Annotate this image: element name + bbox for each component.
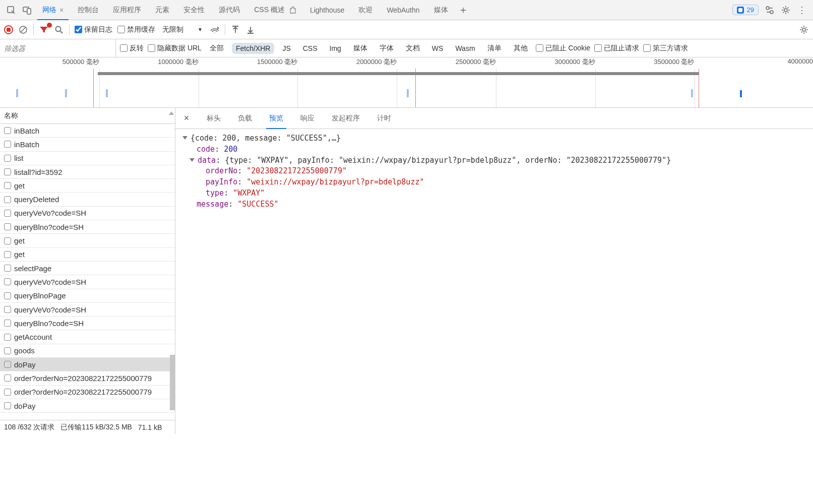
request-row[interactable]: get bbox=[0, 248, 175, 262]
third-party-checkbox[interactable]: 第三方请求 bbox=[643, 44, 688, 53]
request-row[interactable]: list bbox=[0, 152, 175, 165]
dtab-payload[interactable]: 负载 bbox=[231, 108, 259, 129]
filter-chip-manifest[interactable]: 清单 bbox=[483, 42, 506, 54]
settings-link-icon[interactable] bbox=[763, 3, 777, 17]
request-name: selectPage bbox=[14, 264, 51, 273]
status-requests: 108 /632 次请求 bbox=[4, 423, 54, 432]
download-har-icon[interactable] bbox=[245, 25, 256, 35]
svg-point-5 bbox=[784, 9, 787, 12]
throttle-select[interactable]: 无限制 ▼ bbox=[160, 25, 205, 34]
tab-welcome[interactable]: 欢迎 bbox=[351, 0, 380, 20]
request-type-icon bbox=[4, 141, 11, 148]
tab-css-overview[interactable]: CSS 概述 bbox=[247, 0, 303, 20]
request-type-icon bbox=[4, 182, 11, 189]
request-type-icon bbox=[4, 306, 11, 313]
gear-icon[interactable] bbox=[779, 3, 793, 17]
request-row[interactable]: order?orderNo=20230822172255000779 bbox=[0, 371, 175, 385]
filter-chip-ws[interactable]: WS bbox=[428, 43, 448, 54]
request-row[interactable]: inBatch bbox=[0, 138, 175, 151]
tab-elements[interactable]: 元素 bbox=[148, 0, 176, 20]
throttle-label: 无限制 bbox=[162, 25, 183, 34]
record-button[interactable] bbox=[4, 25, 13, 34]
request-row[interactable]: inBatch bbox=[0, 124, 175, 138]
filter-icon[interactable] bbox=[39, 25, 49, 35]
expand-icon[interactable] bbox=[182, 136, 187, 140]
request-row[interactable]: get bbox=[0, 234, 175, 247]
request-row[interactable]: queryBlnoPage bbox=[0, 289, 175, 303]
close-icon[interactable]: × bbox=[59, 6, 64, 14]
scrollbar-thumb[interactable] bbox=[170, 355, 175, 410]
request-row[interactable]: queryVeVo?code=SH bbox=[0, 303, 175, 317]
more-icon[interactable]: ⋮ bbox=[795, 3, 809, 17]
clear-icon[interactable] bbox=[18, 25, 28, 35]
request-row[interactable]: order?orderNo=20230822172255000779 bbox=[0, 386, 175, 399]
blocked-requests-checkbox[interactable]: 已阻止请求 bbox=[594, 44, 639, 53]
filter-chip-wasm[interactable]: Wasm bbox=[451, 43, 479, 54]
filter-chip-js[interactable]: JS bbox=[278, 43, 294, 54]
network-toolbar: 保留日志 禁用缓存 无限制 ▼ bbox=[0, 20, 813, 39]
filter-chip-font[interactable]: 字体 bbox=[376, 42, 398, 54]
dtab-preview[interactable]: 预览 bbox=[262, 108, 290, 129]
tab-console[interactable]: 控制台 bbox=[71, 0, 106, 20]
request-row[interactable]: doPay bbox=[0, 358, 175, 371]
request-type-icon bbox=[4, 210, 11, 217]
request-row[interactable]: queryVeVo?code=SH bbox=[0, 275, 175, 289]
preview-body[interactable]: {code: 200, message: "SUCCESS",…} code: … bbox=[175, 129, 813, 434]
request-type-icon bbox=[4, 292, 11, 299]
tab-lighthouse[interactable]: Lighthouse bbox=[303, 0, 352, 20]
request-type-icon bbox=[4, 265, 11, 272]
inspect-element-icon[interactable] bbox=[4, 3, 18, 17]
tab-media[interactable]: 媒体 bbox=[427, 0, 455, 20]
preserve-log-checkbox[interactable]: 保留日志 bbox=[75, 25, 112, 34]
status-resources: 71.1 kB bbox=[138, 423, 162, 431]
close-icon[interactable]: × bbox=[180, 113, 193, 123]
request-name: order?orderNo=20230822172255000779 bbox=[14, 374, 152, 383]
filter-chip-media[interactable]: 媒体 bbox=[349, 42, 371, 54]
network-conditions-icon[interactable] bbox=[210, 25, 220, 35]
filter-bar: 反转 隐藏数据 URL 全部 Fetch/XHR JS CSS Img 媒体 字… bbox=[0, 39, 813, 57]
device-toolbar-icon[interactable] bbox=[20, 3, 34, 17]
tab-application[interactable]: 应用程序 bbox=[106, 0, 148, 20]
dtab-response[interactable]: 响应 bbox=[293, 108, 322, 129]
filter-chip-css[interactable]: CSS bbox=[299, 43, 322, 54]
tab-security[interactable]: 安全性 bbox=[176, 0, 212, 20]
tab-label: CSS 概述 bbox=[254, 6, 285, 15]
filter-chip-other[interactable]: 其他 bbox=[510, 42, 532, 54]
add-tab-icon[interactable]: ＋ bbox=[456, 3, 470, 17]
invert-checkbox[interactable]: 反转 bbox=[120, 44, 144, 53]
tab-network[interactable]: 网络 × bbox=[35, 0, 71, 20]
filter-chip-img[interactable]: Img bbox=[326, 43, 345, 54]
dtab-initiator[interactable]: 发起程序 bbox=[325, 108, 367, 129]
filter-chip-fetchxhr[interactable]: Fetch/XHR bbox=[232, 43, 274, 54]
request-row[interactable]: goods bbox=[0, 344, 175, 358]
request-row[interactable]: getAccount bbox=[0, 330, 175, 344]
preserve-log-input[interactable] bbox=[75, 26, 82, 33]
request-row[interactable]: queryBlno?code=SH bbox=[0, 317, 175, 330]
tab-sources[interactable]: 源代码 bbox=[212, 0, 247, 20]
scroll-up-icon[interactable] bbox=[169, 111, 174, 115]
disable-cache-input[interactable] bbox=[117, 26, 125, 33]
filter-chip-all[interactable]: 全部 bbox=[206, 42, 228, 54]
dtab-headers[interactable]: 标头 bbox=[200, 108, 228, 129]
request-row[interactable]: queryDeleted bbox=[0, 193, 175, 206]
upload-har-icon[interactable] bbox=[230, 25, 240, 35]
issues-badge[interactable]: 29 bbox=[732, 5, 759, 15]
tab-webauthn[interactable]: WebAuthn bbox=[380, 0, 426, 20]
dtab-timing[interactable]: 计时 bbox=[370, 108, 398, 129]
expand-icon[interactable] bbox=[190, 158, 195, 162]
filter-input[interactable] bbox=[0, 39, 116, 57]
request-row[interactable]: queryBlno?code=SH bbox=[0, 220, 175, 234]
request-row[interactable]: get bbox=[0, 179, 175, 193]
request-row[interactable]: queryVeVo?code=SH bbox=[0, 207, 175, 220]
request-row[interactable]: listall?id=3592 bbox=[0, 165, 175, 179]
disable-cache-checkbox[interactable]: 禁用缓存 bbox=[117, 25, 155, 34]
timeline-overview[interactable]: 500000 毫秒 1000000 毫秒 1500000 毫秒 2000000 … bbox=[0, 57, 813, 108]
request-row[interactable]: selectPage bbox=[0, 262, 175, 275]
request-list-header[interactable]: 名称 bbox=[0, 108, 175, 124]
hide-data-urls-checkbox[interactable]: 隐藏数据 URL bbox=[148, 44, 202, 53]
search-icon[interactable] bbox=[54, 25, 64, 35]
gear-icon[interactable] bbox=[799, 25, 809, 35]
blocked-cookies-checkbox[interactable]: 已阻止 Cookie bbox=[536, 44, 590, 53]
filter-chip-doc[interactable]: 文档 bbox=[402, 42, 424, 54]
request-row[interactable]: doPay bbox=[0, 399, 175, 413]
